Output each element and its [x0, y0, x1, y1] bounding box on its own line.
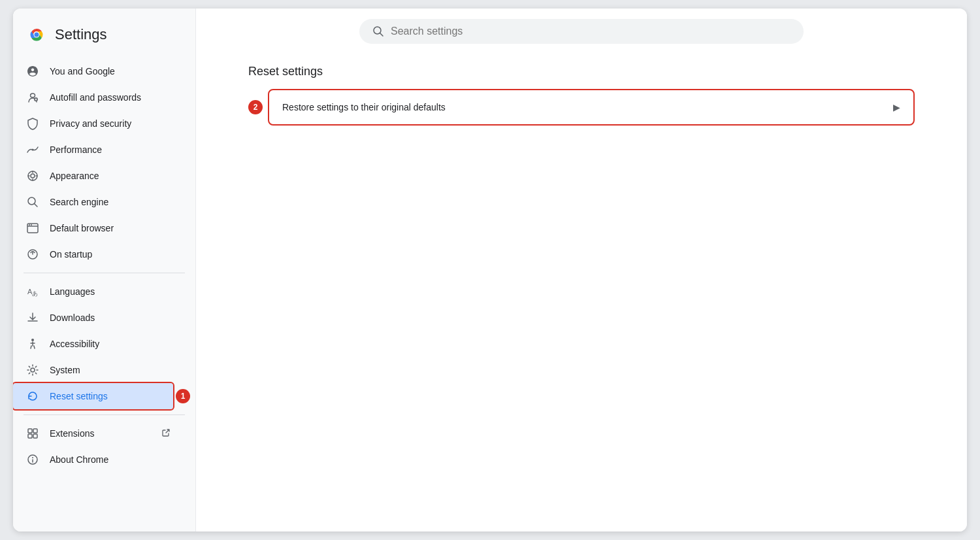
search-bar[interactable]: [359, 19, 804, 44]
languages-icon: A あ: [26, 285, 39, 298]
sidebar: Settings You and Google Autofill and: [13, 8, 196, 532]
sidebar-item-about-chrome[interactable]: About Chrome: [13, 447, 185, 473]
downloads-label: Downloads: [50, 312, 172, 323]
svg-rect-20: [33, 434, 37, 438]
svg-point-7: [31, 174, 35, 178]
extensions-icon: [26, 427, 39, 440]
svg-point-16: [31, 368, 35, 372]
appearance-label: Appearance: [50, 171, 172, 181]
sidebar-item-privacy[interactable]: Privacy and security: [13, 110, 185, 137]
sidebar-item-accessibility[interactable]: Accessibility: [13, 331, 185, 357]
system-icon: [26, 363, 39, 377]
sidebar-item-on-startup[interactable]: On startup: [13, 241, 185, 267]
svg-point-15: [31, 339, 34, 341]
restore-settings-row[interactable]: Restore settings to their original defau…: [269, 90, 913, 124]
you-and-google-label: You and Google: [50, 66, 172, 76]
accessibility-label: Accessibility: [50, 339, 172, 349]
svg-point-22: [32, 457, 33, 458]
svg-rect-18: [33, 429, 37, 433]
chrome-logo-icon: [26, 24, 47, 45]
browser-icon: [26, 222, 39, 235]
svg-point-5: [32, 149, 34, 151]
svg-text:あ: あ: [32, 290, 38, 297]
sidebar-item-you-and-google[interactable]: You and Google: [13, 58, 185, 84]
svg-rect-19: [28, 434, 32, 438]
search-input[interactable]: [391, 25, 791, 37]
downloads-icon: [26, 311, 39, 324]
sidebar-header: Settings: [13, 19, 195, 58]
sidebar-item-appearance[interactable]: Appearance: [13, 163, 185, 189]
svg-point-11: [31, 224, 32, 226]
main-content: Reset settings 2 Restore settings to the…: [196, 8, 967, 532]
default-browser-label: Default browser: [50, 223, 172, 233]
section-title: Reset settings: [248, 65, 915, 78]
sidebar-item-search-engine[interactable]: Search engine: [13, 189, 185, 215]
extensions-label: Extensions: [50, 428, 151, 439]
on-startup-label: On startup: [50, 249, 172, 260]
sidebar-item-languages[interactable]: A あ Languages: [13, 278, 185, 305]
svg-point-10: [29, 224, 30, 226]
sidebar-item-performance[interactable]: Performance: [13, 137, 185, 163]
external-link-icon: [161, 428, 172, 439]
sidebar-item-downloads[interactable]: Downloads: [13, 305, 185, 331]
sidebar-item-default-browser[interactable]: Default browser: [13, 215, 185, 241]
appearance-icon: [26, 169, 39, 182]
svg-point-3: [31, 93, 35, 97]
startup-icon: [26, 248, 39, 261]
content-area: Reset settings 2 Restore settings to the…: [196, 54, 967, 532]
sidebar-title: Settings: [55, 26, 107, 43]
svg-point-2: [35, 33, 39, 37]
privacy-label: Privacy and security: [50, 118, 172, 129]
google-icon: [26, 65, 39, 78]
about-icon: [26, 453, 39, 466]
autofill-label: Autofill and passwords: [50, 92, 172, 103]
restore-settings-arrow: ▶: [893, 102, 900, 112]
autofill-icon: [26, 91, 39, 104]
settings-window: Settings You and Google Autofill and: [13, 8, 967, 532]
about-chrome-label: About Chrome: [50, 454, 172, 465]
performance-label: Performance: [50, 144, 172, 155]
accessibility-icon: [26, 337, 39, 350]
restore-settings-card: Restore settings to their original defau…: [268, 89, 915, 126]
system-label: System: [50, 365, 172, 375]
sidebar-divider-2: [24, 414, 185, 415]
svg-rect-17: [28, 429, 32, 433]
search-engine-label: Search engine: [50, 197, 172, 207]
reset-settings-label: Reset settings: [50, 391, 165, 401]
languages-label: Languages: [50, 286, 172, 297]
sidebar-item-extensions[interactable]: Extensions: [13, 420, 185, 447]
restore-settings-label: Restore settings to their original defau…: [282, 102, 446, 112]
sidebar-item-reset-settings[interactable]: Reset settings: [13, 383, 173, 409]
sidebar-item-system[interactable]: System: [13, 357, 185, 383]
annotation-badge-2: 2: [248, 100, 263, 114]
sidebar-item-autofill[interactable]: Autofill and passwords: [13, 84, 185, 110]
annotation-badge-1: 1: [176, 389, 190, 403]
search-icon: [372, 25, 384, 37]
annotation-2-wrapper: 2 Restore settings to their original def…: [248, 89, 915, 126]
shield-icon: [26, 117, 39, 130]
search-bar-container: [196, 8, 967, 54]
search-engine-icon: [26, 195, 39, 209]
sidebar-divider-1: [24, 273, 185, 273]
performance-icon: [26, 143, 39, 156]
reset-icon: [26, 390, 39, 403]
